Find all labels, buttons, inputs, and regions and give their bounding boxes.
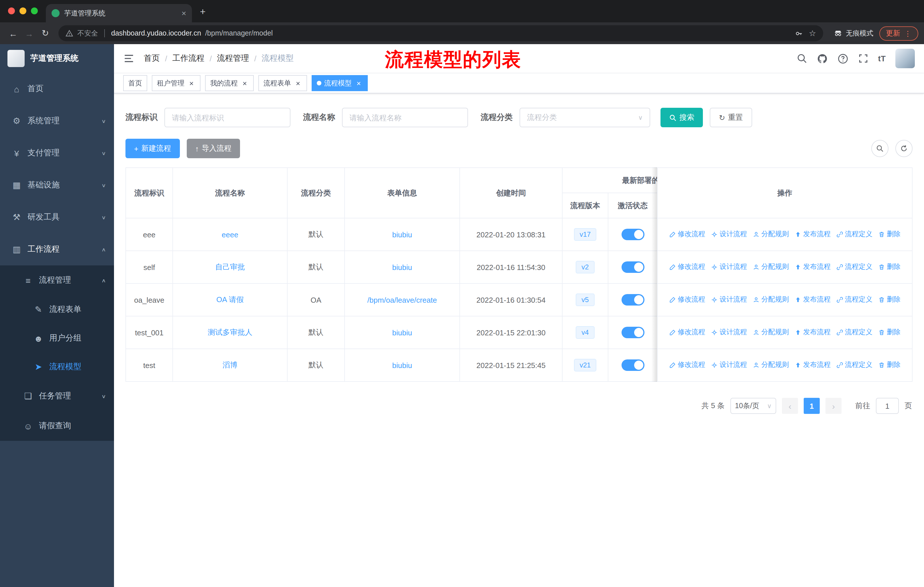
password-key-icon[interactable] xyxy=(795,29,803,38)
process-name-link[interactable]: 自己审批 xyxy=(215,263,245,271)
view-tag[interactable]: 租户管理× xyxy=(152,75,201,91)
action-edit[interactable]: 修改流程 xyxy=(669,360,705,370)
action-deploy[interactable]: 发布流程 xyxy=(795,360,831,370)
sidebar-item-system-management[interactable]: ⚙ 系统管理 ∨ xyxy=(0,105,114,137)
sidebar-item-dev-tools[interactable]: ⚒ 研发工具 ∨ xyxy=(0,201,114,233)
process-name-link[interactable]: 测试多审批人 xyxy=(208,328,252,336)
reset-button[interactable]: ↻ 重置 xyxy=(710,108,752,127)
view-tag[interactable]: 首页 xyxy=(123,75,147,91)
action-delete[interactable]: 删除 xyxy=(878,262,901,272)
sidebar-item-user-group[interactable]: ☻ 用户分组 xyxy=(0,324,114,352)
action-assign[interactable]: 分配规则 xyxy=(753,360,789,370)
action-assign[interactable]: 分配规则 xyxy=(753,295,789,305)
collapse-sidebar-icon[interactable] xyxy=(123,53,135,64)
goto-page-input[interactable] xyxy=(876,398,899,414)
active-toggle[interactable] xyxy=(621,327,644,338)
action-definition[interactable]: 流程定义 xyxy=(837,295,873,305)
action-design[interactable]: 设计流程 xyxy=(711,360,747,370)
sidebar-item-process-form[interactable]: ✎ 流程表单 xyxy=(0,295,114,324)
action-assign[interactable]: 分配规则 xyxy=(753,230,789,239)
form-info-link[interactable]: biubiu xyxy=(392,361,412,369)
active-toggle[interactable] xyxy=(621,359,644,371)
action-edit[interactable]: 修改流程 xyxy=(669,262,705,272)
update-browser-button[interactable]: 更新 ⋮ xyxy=(879,26,918,40)
view-tag[interactable]: 流程表单× xyxy=(258,75,307,91)
address-bar[interactable]: 不安全 dashboard.yudao.iocoder.cn /bpm/mana… xyxy=(58,25,823,41)
active-toggle[interactable] xyxy=(621,229,644,240)
search-icon[interactable] xyxy=(797,53,807,64)
action-deploy[interactable]: 发布流程 xyxy=(795,327,831,337)
breadcrumb-workflow[interactable]: 工作流程 xyxy=(172,53,205,64)
action-deploy[interactable]: 发布流程 xyxy=(795,262,831,272)
action-deploy[interactable]: 发布流程 xyxy=(795,295,831,305)
browser-tab[interactable]: 芋道管理系统 × xyxy=(46,4,192,22)
action-delete[interactable]: 删除 xyxy=(878,327,901,337)
process-name-link[interactable]: 滔博 xyxy=(223,360,238,369)
new-tab-button[interactable]: + xyxy=(200,6,206,18)
bookmark-star-icon[interactable]: ☆ xyxy=(809,29,816,38)
sidebar-item-payment-management[interactable]: ¥ 支付管理 ∨ xyxy=(0,137,114,169)
action-definition[interactable]: 流程定义 xyxy=(837,230,873,239)
action-design[interactable]: 设计流程 xyxy=(711,230,747,239)
prev-page-button[interactable]: ‹ xyxy=(782,398,798,414)
github-icon[interactable] xyxy=(817,53,828,64)
sidebar-item-process-management[interactable]: ≡ 流程管理 ∧ xyxy=(0,265,114,295)
close-window-button[interactable] xyxy=(8,7,15,14)
action-deploy[interactable]: 发布流程 xyxy=(795,230,831,239)
action-definition[interactable]: 流程定义 xyxy=(837,360,873,370)
active-toggle[interactable] xyxy=(621,294,644,306)
form-info-link[interactable]: biubiu xyxy=(392,328,412,337)
close-icon[interactable]: × xyxy=(355,79,363,87)
reload-button[interactable]: ↻ xyxy=(38,26,53,41)
minimize-window-button[interactable] xyxy=(20,7,26,14)
close-icon[interactable]: × xyxy=(187,79,195,87)
back-button[interactable]: ← xyxy=(6,26,21,41)
action-edit[interactable]: 修改流程 xyxy=(669,295,705,305)
process-name-link[interactable]: OA 请假 xyxy=(216,295,243,304)
form-info-link[interactable]: /bpm/oa/leave/create xyxy=(368,296,437,304)
process-name-input[interactable] xyxy=(342,108,468,127)
action-delete[interactable]: 删除 xyxy=(878,295,901,305)
font-size-icon[interactable]: tT xyxy=(878,54,886,63)
toggle-search-button[interactable] xyxy=(871,140,888,157)
process-id-input[interactable] xyxy=(164,108,290,127)
view-tag[interactable]: 流程模型× xyxy=(312,75,368,91)
browser-menu-icon[interactable]: ⋮ xyxy=(904,29,911,38)
action-delete[interactable]: 删除 xyxy=(878,360,901,370)
sidebar-item-process-model[interactable]: ➤ 流程模型 xyxy=(0,352,114,381)
action-definition[interactable]: 流程定义 xyxy=(837,327,873,337)
forward-button[interactable]: → xyxy=(22,26,37,41)
zoom-window-button[interactable] xyxy=(31,7,38,14)
close-icon[interactable]: × xyxy=(294,79,302,87)
sidebar-item-workflow[interactable]: ▥ 工作流程 ∧ xyxy=(0,233,114,265)
breadcrumb-process-management[interactable]: 流程管理 xyxy=(217,53,249,64)
form-info-link[interactable]: biubiu xyxy=(392,230,412,239)
refresh-table-button[interactable] xyxy=(895,140,912,157)
sidebar-item-task-management[interactable]: ❏ 任务管理 ∨ xyxy=(0,381,114,411)
action-assign[interactable]: 分配规则 xyxy=(753,327,789,337)
tab-close-icon[interactable]: × xyxy=(182,9,186,17)
category-select[interactable]: 流程分类 ∨ xyxy=(520,108,650,127)
search-button[interactable]: 搜索 xyxy=(660,108,703,127)
sidebar-item-infrastructure[interactable]: ▦ 基础设施 ∨ xyxy=(0,169,114,201)
sidebar-item-home[interactable]: ⌂ 首页 xyxy=(0,73,114,105)
close-icon[interactable]: × xyxy=(241,79,249,87)
page-size-select[interactable]: 10条/页 ∨ xyxy=(730,398,776,414)
current-page-button[interactable]: 1 xyxy=(804,398,820,414)
create-process-button[interactable]: + 新建流程 xyxy=(125,139,180,158)
app-logo[interactable]: 芋道管理系统 xyxy=(0,44,114,73)
form-info-link[interactable]: biubiu xyxy=(392,263,412,271)
action-assign[interactable]: 分配规则 xyxy=(753,262,789,272)
action-design[interactable]: 设计流程 xyxy=(711,295,747,305)
action-definition[interactable]: 流程定义 xyxy=(837,262,873,272)
next-page-button[interactable]: › xyxy=(825,398,842,414)
action-edit[interactable]: 修改流程 xyxy=(669,230,705,239)
action-design[interactable]: 设计流程 xyxy=(711,327,747,337)
breadcrumb-home[interactable]: 首页 xyxy=(144,53,160,64)
help-icon[interactable] xyxy=(838,53,848,64)
action-delete[interactable]: 删除 xyxy=(878,230,901,239)
user-avatar[interactable] xyxy=(895,49,915,68)
action-design[interactable]: 设计流程 xyxy=(711,262,747,272)
view-tag[interactable]: 我的流程× xyxy=(205,75,254,91)
process-name-link[interactable]: eeee xyxy=(222,230,238,239)
